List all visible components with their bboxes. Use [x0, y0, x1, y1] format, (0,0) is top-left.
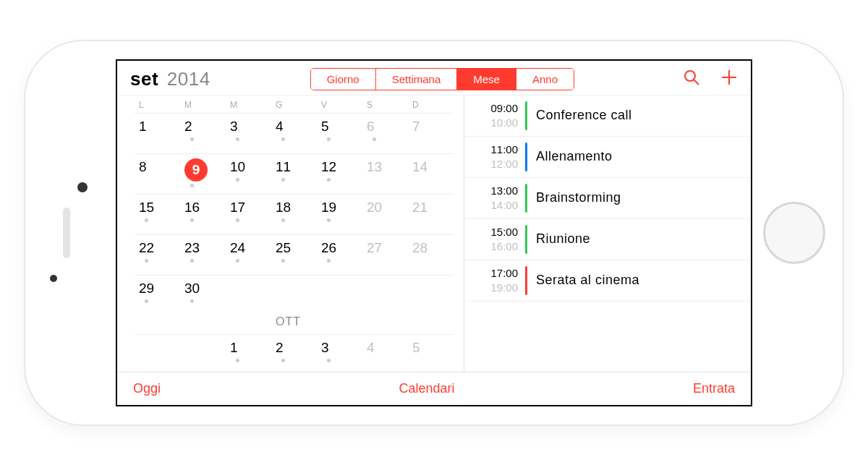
search-icon[interactable]: [683, 69, 700, 89]
day-cell[interactable]: 1: [135, 113, 180, 153]
day-cell: [362, 275, 408, 315]
day-cell[interactable]: 28: [408, 234, 454, 275]
view-tab-mese[interactable]: Mese: [457, 69, 516, 90]
day-cell[interactable]: 8: [135, 153, 180, 194]
day-cell[interactable]: 5: [408, 334, 454, 372]
title-year: 2014: [167, 68, 210, 90]
day-number: 2: [276, 339, 284, 357]
day-cell[interactable]: 5: [317, 113, 362, 153]
day-cell[interactable]: 16: [180, 194, 226, 234]
header: set 2014 GiornoSettimanaMeseAnno: [117, 61, 751, 95]
day-cell[interactable]: 3: [317, 334, 362, 372]
event-color-bar: [525, 266, 527, 295]
event-dot-icon: [236, 178, 239, 182]
event-item[interactable]: 11:0012:00Allenamento: [464, 137, 751, 178]
inbox-button[interactable]: Entrata: [693, 381, 735, 396]
day-cell[interactable]: 1: [226, 334, 271, 372]
event-dot-icon: [281, 178, 285, 182]
day-cell[interactable]: 18: [271, 194, 317, 234]
day-number: 1: [139, 118, 147, 135]
event-item[interactable]: 13:0014:00Brainstorming: [464, 178, 751, 219]
day-cell[interactable]: 30: [180, 275, 226, 315]
event-title: Conference call: [536, 108, 632, 123]
day-cell[interactable]: 6: [362, 113, 408, 153]
day-cell[interactable]: 3: [226, 113, 271, 153]
day-cell[interactable]: 29: [135, 275, 180, 315]
event-list: 09:0010:00Conference call11:0012:00Allen…: [464, 95, 751, 372]
day-number: 28: [412, 239, 427, 257]
event-dot-icon: [145, 259, 148, 263]
day-number: 1: [230, 339, 238, 357]
day-cell[interactable]: 10: [226, 153, 271, 194]
event-end: 10:00: [475, 116, 518, 130]
view-tab-settimana[interactable]: Settimana: [376, 69, 458, 90]
day-number: 22: [139, 239, 154, 257]
event-title: Allenamento: [536, 149, 613, 164]
svg-point-0: [685, 71, 695, 81]
event-dot-icon: [281, 218, 285, 222]
day-number: 23: [184, 239, 200, 257]
phone-speaker: [63, 208, 70, 258]
day-cell[interactable]: 13: [362, 153, 408, 194]
day-cell[interactable]: 23: [180, 234, 226, 275]
day-cell[interactable]: 19: [317, 194, 362, 234]
day-cell[interactable]: 15: [135, 194, 180, 234]
day-cell: [226, 275, 271, 315]
home-button[interactable]: [763, 202, 825, 264]
day-cell[interactable]: 20: [362, 194, 408, 234]
day-cell[interactable]: 21: [408, 194, 454, 234]
day-cell: [317, 275, 362, 315]
day-cell[interactable]: 22: [135, 234, 180, 275]
day-number: 5: [412, 339, 420, 357]
day-cell[interactable]: 26: [317, 234, 362, 275]
view-tab-giorno[interactable]: Giorno: [311, 69, 376, 90]
event-end: 16:00: [475, 239, 518, 254]
event-dot-icon: [190, 259, 194, 263]
event-item[interactable]: 17:0019:00Serata al cinema: [464, 260, 751, 302]
day-number: 21: [412, 199, 427, 216]
calendars-button[interactable]: Calendari: [399, 381, 454, 396]
day-cell[interactable]: 9: [180, 153, 226, 194]
day-number: 19: [321, 199, 336, 216]
event-dot-icon: [327, 259, 331, 263]
add-icon[interactable]: [720, 69, 738, 89]
event-item[interactable]: 15:0016:00Riunione: [464, 219, 751, 260]
day-number: 14: [412, 158, 427, 176]
day-cell[interactable]: 2: [180, 113, 226, 153]
day-number: 24: [230, 239, 245, 257]
day-cell[interactable]: 12: [317, 153, 362, 194]
day-cell[interactable]: 24: [226, 234, 271, 275]
weekday-label: D: [408, 100, 454, 110]
weekday-row: LMMGVSD: [135, 95, 454, 113]
event-item[interactable]: 09:0010:00Conference call: [464, 95, 751, 137]
event-dot-icon: [373, 137, 376, 141]
event-dot-icon: [327, 359, 331, 362]
day-number: 4: [276, 118, 284, 135]
event-dot-icon: [281, 259, 285, 263]
day-cell[interactable]: 2: [271, 334, 317, 372]
today-button[interactable]: Oggi: [133, 381, 161, 396]
day-cell[interactable]: 4: [362, 334, 408, 372]
page-title[interactable]: set 2014: [130, 68, 210, 90]
day-cell[interactable]: 14: [408, 153, 454, 194]
day-cell[interactable]: 11: [271, 153, 317, 194]
day-number: 5: [321, 118, 329, 135]
weekday-label: S: [362, 100, 408, 110]
day-number: 13: [367, 158, 382, 176]
day-cell[interactable]: 4: [271, 113, 317, 153]
day-cell[interactable]: 17: [226, 194, 271, 234]
day-cell[interactable]: 7: [408, 113, 454, 153]
event-dot-icon: [190, 184, 194, 187]
day-number: 27: [367, 239, 382, 257]
day-cell[interactable]: 25: [271, 234, 317, 275]
weekday-label: G: [271, 100, 317, 110]
event-dot-icon: [190, 299, 194, 303]
phone-sensor: [50, 275, 57, 282]
view-tab-anno[interactable]: Anno: [516, 69, 574, 90]
day-number: 18: [276, 199, 291, 216]
day-number: 30: [184, 280, 200, 297]
event-color-bar: [525, 101, 527, 130]
day-cell[interactable]: 27: [362, 234, 408, 275]
weekday-label: M: [226, 100, 271, 110]
event-end: 14:00: [475, 198, 518, 213]
